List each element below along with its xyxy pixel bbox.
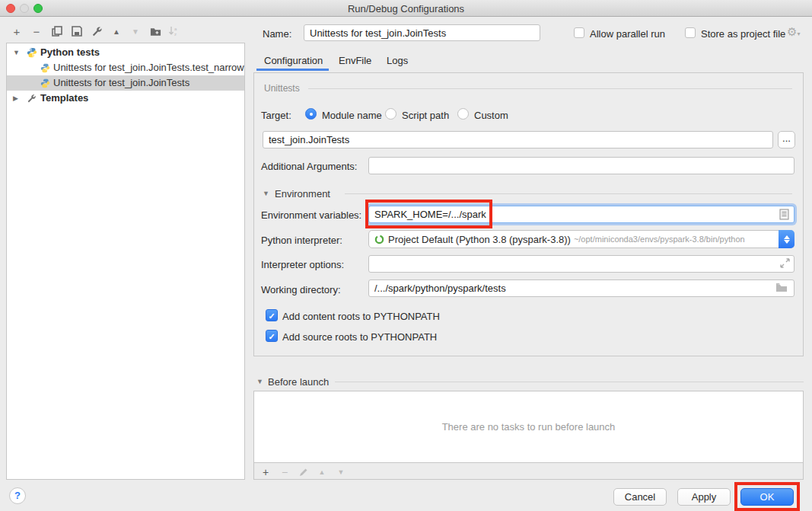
- add-source-roots-checkbox[interactable]: ✓: [266, 330, 278, 342]
- before-launch-task-list: There are no tasks to run before launch …: [253, 391, 804, 480]
- remove-configuration-icon[interactable]: −: [30, 24, 43, 38]
- working-directory-label: Working directory:: [261, 284, 341, 295]
- move-down-icon: ▼: [129, 24, 142, 38]
- target-custom-radio[interactable]: [457, 108, 469, 120]
- target-module-name-label: Module name: [322, 110, 382, 121]
- gear-icon[interactable]: ⚙▾: [787, 25, 800, 39]
- before-launch-empty-message: There are no tasks to run before launch: [254, 391, 803, 463]
- python-test-icon: [40, 62, 51, 73]
- python-interpreter-path: ~/opt/miniconda3/envs/pyspark-3.8/bin/py…: [574, 235, 745, 244]
- remove-task-icon: −: [279, 466, 291, 478]
- target-module-name-radio[interactable]: [305, 108, 317, 120]
- unittests-group-label: Unittests: [264, 83, 300, 94]
- task-down-icon: ▼: [335, 466, 347, 478]
- expand-field-icon[interactable]: [780, 258, 790, 270]
- target-label: Target:: [261, 110, 291, 121]
- target-script-path-radio[interactable]: [385, 108, 396, 120]
- active-tab-underline: [256, 69, 329, 71]
- copy-configuration-icon[interactable]: [50, 24, 64, 38]
- folder-icon[interactable]: [775, 283, 788, 295]
- additional-arguments-label: Additional Arguments:: [261, 161, 357, 172]
- help-button[interactable]: ?: [9, 487, 26, 504]
- python-interpreter-label: Python interpreter:: [261, 235, 342, 246]
- apply-button[interactable]: Apply: [677, 488, 731, 506]
- working-directory-input[interactable]: [368, 279, 794, 297]
- move-up-icon[interactable]: ▲: [110, 24, 123, 38]
- environment-collapse-icon[interactable]: ▼: [263, 190, 269, 197]
- tree-item-label: Unittests for test_join.JoinTests.test_n…: [53, 60, 244, 75]
- add-content-roots-checkbox[interactable]: ✓: [266, 309, 278, 321]
- python-test-icon: [40, 78, 51, 88]
- add-task-icon[interactable]: +: [260, 466, 272, 478]
- group-divider: [335, 382, 804, 382]
- edit-task-icon: [298, 466, 310, 478]
- configurations-tree: ▼ Python tests Unittests for test_join.J…: [6, 43, 245, 480]
- environment-variables-label: Environment variables:: [261, 209, 361, 221]
- edit-variables-icon[interactable]: [779, 209, 789, 222]
- tree-item-label: Templates: [40, 91, 88, 106]
- python-icon: [27, 47, 37, 58]
- tree-item-label: Python tests: [40, 45, 100, 60]
- additional-arguments-input[interactable]: [368, 157, 794, 174]
- python-interpreter-select[interactable]: Project Default (Python 3.8 (pyspark-3.8…: [368, 230, 794, 248]
- browse-target-button[interactable]: ...: [778, 131, 795, 149]
- new-folder-icon[interactable]: [148, 24, 162, 38]
- environment-variables-input[interactable]: [368, 206, 794, 223]
- target-input[interactable]: [263, 131, 773, 149]
- tree-item-templates[interactable]: ▶ Templates: [7, 91, 244, 106]
- wrench-icon: [27, 93, 37, 104]
- interpreter-options-input[interactable]: [368, 255, 794, 273]
- add-content-roots-label: Add content roots to PYTHONPATH: [282, 311, 440, 322]
- before-launch-collapse-icon[interactable]: ▼: [256, 378, 263, 385]
- svg-text:z: z: [174, 32, 177, 37]
- tree-item-label: Unittests for test_join.JoinTests: [53, 75, 189, 91]
- chevron-right-icon[interactable]: ▶: [13, 91, 22, 106]
- name-input[interactable]: [304, 24, 540, 41]
- tree-item-python-tests[interactable]: ▼ Python tests: [7, 45, 244, 60]
- title-bar: Run/Debug Configurations: [0, 0, 812, 17]
- allow-parallel-run-label: Allow parallel run: [590, 28, 665, 40]
- ok-button[interactable]: OK: [740, 488, 794, 506]
- add-configuration-icon[interactable]: +: [10, 24, 24, 38]
- target-script-path-label: Script path: [402, 110, 449, 121]
- save-configuration-icon[interactable]: [70, 24, 84, 38]
- edit-templates-icon[interactable]: [90, 24, 103, 38]
- before-launch-label: Before launch: [268, 376, 329, 388]
- task-up-icon: ▲: [316, 466, 328, 478]
- store-as-project-file-label: Store as project file: [701, 28, 785, 40]
- name-label: Name:: [263, 28, 291, 40]
- window-title: Run/Debug Configurations: [0, 3, 812, 14]
- interpreter-options-label: Interpreter options:: [261, 259, 344, 270]
- environment-group-label: Environment: [275, 188, 330, 200]
- svg-text:a: a: [174, 27, 177, 31]
- tab-logs[interactable]: Logs: [387, 55, 408, 66]
- tree-item-test-narrow[interactable]: Unittests for test_join.JoinTests.test_n…: [7, 60, 244, 75]
- chevron-down-icon[interactable]: ▼: [13, 45, 22, 60]
- conda-env-icon: [374, 235, 384, 244]
- group-divider: [308, 88, 792, 89]
- sort-alphabetically-icon: az: [167, 24, 180, 38]
- combo-stepper-icon[interactable]: [779, 230, 794, 248]
- tab-envfile[interactable]: EnvFile: [339, 55, 371, 66]
- tree-item-jointests-selected[interactable]: Unittests for test_join.JoinTests: [7, 75, 244, 91]
- add-source-roots-label: Add source roots to PYTHONPATH: [282, 331, 437, 343]
- python-interpreter-value: Project Default (Python 3.8 (pyspark-3.8…: [388, 234, 571, 245]
- group-divider: [345, 193, 792, 194]
- tab-configuration[interactable]: Configuration: [264, 55, 323, 66]
- store-as-project-file-checkbox[interactable]: [685, 27, 696, 38]
- cancel-button[interactable]: Cancel: [613, 488, 667, 506]
- target-custom-label: Custom: [474, 110, 508, 121]
- allow-parallel-run-checkbox[interactable]: [574, 27, 584, 38]
